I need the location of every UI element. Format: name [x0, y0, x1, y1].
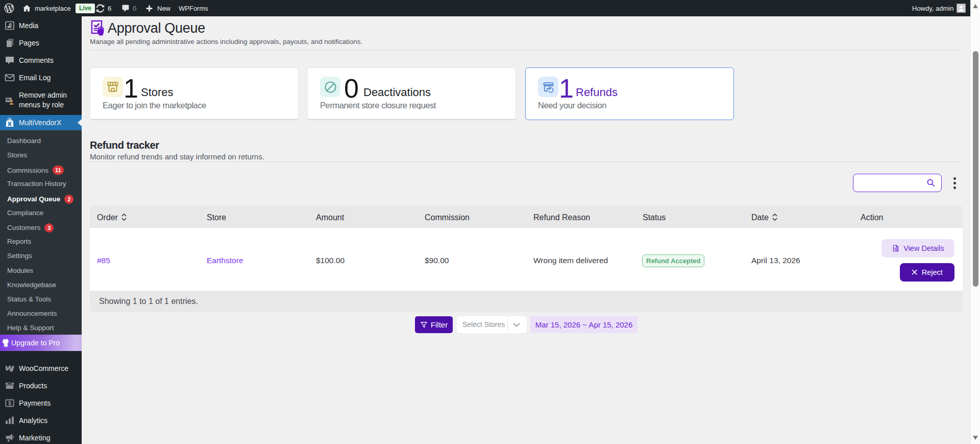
- svg-text:$: $: [8, 400, 11, 406]
